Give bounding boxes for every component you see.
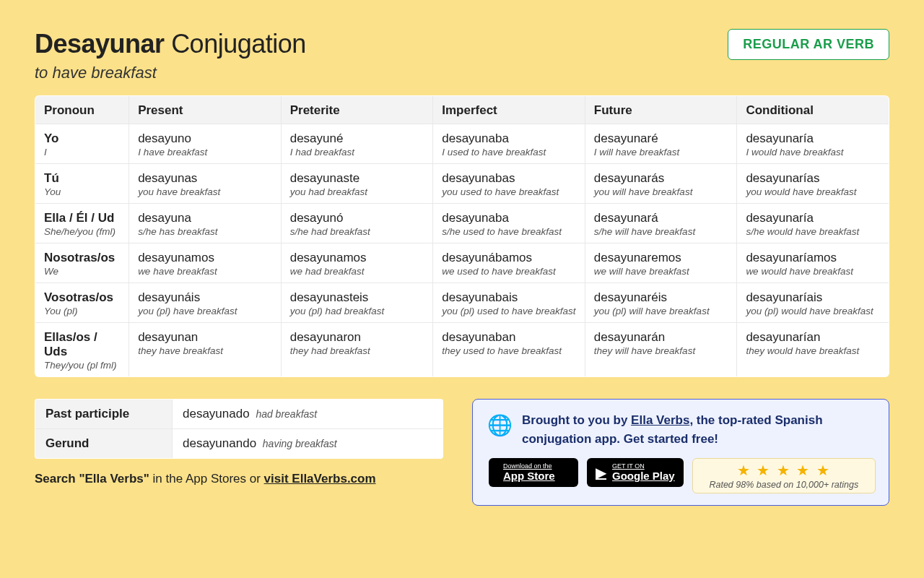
cell-present: desayunasyou have breakfast [129, 164, 282, 204]
page-title-block: Desayunar Conjugation to have breakfast [35, 29, 306, 82]
col-pronoun: Pronoun [35, 96, 129, 124]
past-participle-row: Past participle desayunado had breakfast [35, 400, 443, 429]
table-row: Ella / Él / UdShe/he/you (fml)desayunas/… [35, 204, 889, 243]
promo-text: Brought to you by Ella Verbs, the top-ra… [522, 411, 876, 448]
cell-preterite: desayunasteyou had breakfast [281, 164, 433, 204]
table-row: YoIdesayunoI have breakfastdesayunéI had… [35, 124, 889, 164]
promo-box: 🌐 Brought to you by Ella Verbs, the top-… [472, 399, 889, 506]
cell-preterite: desayunaronthey had breakfast [281, 323, 433, 377]
google-play-button[interactable]: ▶ GET IT ON Google Play [587, 458, 684, 487]
cell-pronoun: YoI [35, 124, 129, 164]
cell-future: desayunarásyou will have breakfast [585, 164, 737, 204]
ella-verbs-link[interactable]: Ella Verbs [631, 413, 689, 427]
col-imperfect: Imperfect [433, 96, 585, 124]
cell-imperfect: desayunabaisyou (pl) used to have breakf… [433, 283, 585, 323]
col-conditional: Conditional [737, 96, 889, 124]
page-title: Desayunar Conjugation [35, 29, 306, 59]
cell-conditional: desayunaríaisyou (pl) would have breakfa… [737, 283, 889, 323]
table-row: TúYoudesayunasyou have breakfastdesayuna… [35, 164, 889, 204]
col-preterite: Preterite [281, 96, 433, 124]
cell-pronoun: TúYou [35, 164, 129, 204]
past-participle-label: Past participle [35, 400, 173, 429]
forms-table: Past participle desayunado had breakfast… [35, 399, 443, 459]
cell-pronoun: Vosotras/osYou (pl) [35, 283, 129, 323]
gerund-value: desayunando having breakfast [173, 429, 443, 459]
cell-present: desayunamoswe have breakfast [129, 243, 282, 283]
cell-present: desayunoI have breakfast [129, 124, 282, 164]
cell-preterite: desayunéI had breakfast [281, 124, 433, 164]
cell-imperfect: desayunabaI used to have breakfast [433, 124, 585, 164]
cell-conditional: desayunaríaI would have breakfast [737, 124, 889, 164]
cell-future: desayunaréisyou (pl) will have breakfast [585, 283, 737, 323]
table-row: Vosotras/osYou (pl)desayunáisyou (pl) ha… [35, 283, 889, 323]
past-participle-value: desayunado had breakfast [173, 400, 443, 429]
cell-future: desayunaránthey will have breakfast [585, 323, 737, 377]
gerund-label: Gerund [35, 429, 173, 459]
cell-imperfect: desayunabanthey used to have breakfast [433, 323, 585, 377]
play-icon: ▶ [596, 464, 606, 481]
gerund-row: Gerund desayunando having breakfast [35, 429, 443, 459]
title-suffix: Conjugation [171, 29, 306, 59]
cell-future: desayunarás/he will have breakfast [585, 204, 737, 243]
cell-imperfect: desayunábamoswe used to have breakfast [433, 243, 585, 283]
visit-site-link[interactable]: visit EllaVerbs.com [264, 472, 376, 486]
table-header-row: Pronoun Present Preterite Imperfect Futu… [35, 96, 889, 124]
cell-pronoun: Ellas/os / UdsThey/you (pl fml) [35, 323, 129, 377]
cell-conditional: desayunarías/he would have breakfast [737, 204, 889, 243]
conjugation-table: Pronoun Present Preterite Imperfect Futu… [35, 95, 889, 377]
col-future: Future [585, 96, 737, 124]
table-row: Nosotras/osWedesayunamoswe have breakfas… [35, 243, 889, 283]
cell-conditional: desayunaríamoswe would have breakfast [737, 243, 889, 283]
rating-text: Rated 98% based on 10,000+ ratings [709, 480, 858, 490]
cell-conditional: desayunaríanthey would have breakfast [737, 323, 889, 377]
rating-box: ★ ★ ★ ★ ★ Rated 98% based on 10,000+ rat… [692, 458, 876, 493]
verb-translation: to have breakfast [35, 64, 306, 82]
cell-present: desayunas/he has breakfast [129, 204, 282, 243]
table-row: Ellas/os / UdsThey/you (pl fml)desayunan… [35, 323, 889, 377]
search-line: Search "Ella Verbs" in the App Stores or… [35, 472, 443, 486]
verb-type-badge: REGULAR AR VERB [728, 29, 889, 60]
cell-present: desayunáisyou (pl) have breakfast [129, 283, 282, 323]
cell-future: desayunaréI will have breakfast [585, 124, 737, 164]
cell-present: desayunanthey have breakfast [129, 323, 282, 377]
app-icon: 🌐 [486, 411, 513, 439]
cell-preterite: desayunamoswe had breakfast [281, 243, 433, 283]
col-present: Present [129, 96, 282, 124]
cell-conditional: desayunaríasyou would have breakfast [737, 164, 889, 204]
cell-imperfect: desayunabasyou used to have breakfast [433, 164, 585, 204]
cell-pronoun: Ella / Él / UdShe/he/you (fml) [35, 204, 129, 243]
cell-preterite: desayunasteisyou (pl) had breakfast [281, 283, 433, 323]
app-store-button[interactable]: Download on the App Store [489, 458, 578, 487]
cell-imperfect: desayunabas/he used to have breakfast [433, 204, 585, 243]
cell-preterite: desayunós/he had breakfast [281, 204, 433, 243]
cell-pronoun: Nosotras/osWe [35, 243, 129, 283]
star-icons: ★ ★ ★ ★ ★ [737, 462, 831, 479]
verb-name: Desayunar [35, 29, 165, 59]
cell-future: desayunaremoswe will have breakfast [585, 243, 737, 283]
